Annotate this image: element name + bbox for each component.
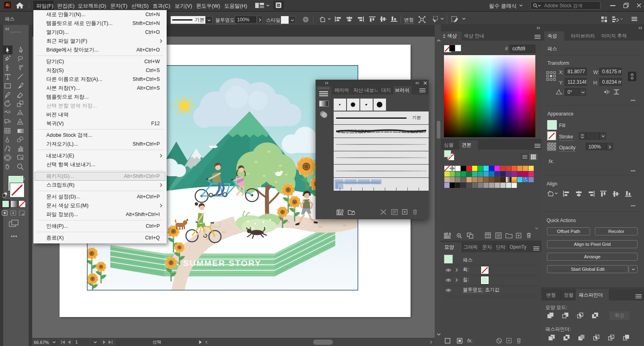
svg-text:SUMMER STORY: SUMMER STORY (183, 258, 261, 268)
